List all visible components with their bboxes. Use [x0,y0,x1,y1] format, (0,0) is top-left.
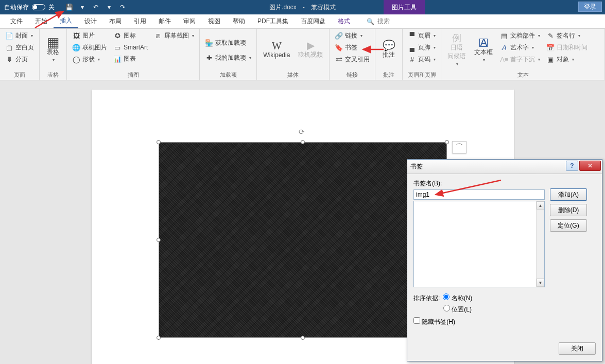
save-icon[interactable]: 💾 [63,2,75,13]
dialog-help-button[interactable]: ? [566,161,578,171]
header-button[interactable]: ▀页眉▾ [406,30,438,41]
comment-button[interactable]: 💬批注 [378,30,399,70]
greeting-button[interactable]: 例日语 问候语▾ [444,30,469,70]
resize-handle[interactable] [157,336,161,340]
resize-handle[interactable] [157,238,161,242]
signature-button[interactable]: ✎签名行▾ [544,30,590,41]
autosave-toggle[interactable]: 自动保存 关 [0,3,59,12]
textbox-button[interactable]: A文本框▾ [471,30,496,70]
link-button[interactable]: 🔗链接▾ [333,30,372,41]
bookmark-list[interactable]: ▲ ▼ [413,201,545,287]
goto-button[interactable]: 定位(G) [550,219,587,232]
addins-icon: ✚ [205,54,213,62]
group-label: 文本 [444,70,601,80]
group-label: 批注 [378,70,399,80]
table-button[interactable]: ▦表格▾ [43,30,63,70]
group-label: 插图 [70,70,196,80]
tab-help[interactable]: 帮助 [227,14,251,28]
close-button[interactable]: 关闭 [559,342,596,355]
layout-options-button[interactable]: ⌒ [452,141,466,153]
icons-button[interactable]: ✪图标 [111,30,150,41]
smartart-button[interactable]: ▭SmartArt [111,42,150,53]
quickparts-icon: ▤ [500,32,508,40]
tab-pdf[interactable]: PDF工具集 [251,14,295,28]
scroll-down-icon[interactable]: ▼ [537,279,544,287]
bookmark-button[interactable]: 🔖书签 [333,42,372,53]
tab-layout[interactable]: 布局 [103,14,128,28]
group-label: 加载项 [203,70,253,80]
cover-page-button[interactable]: 📄封面▾ [3,30,36,41]
wikipedia-icon: W [272,42,281,50]
screenshot-button[interactable]: ⎚屏幕截图▾ [152,30,196,41]
online-pictures-icon: 🌐 [72,44,80,52]
toggle-switch[interactable] [32,4,45,10]
search-box[interactable]: 🔍 搜索 [367,14,390,28]
doc-name: 图片.docx [269,3,297,12]
page-number-button[interactable]: #页码▾ [406,54,438,65]
scrollbar[interactable]: ▲ ▼ [536,201,544,287]
tab-design[interactable]: 设计 [78,14,103,28]
tab-review[interactable]: 审阅 [177,14,202,28]
undo-icon[interactable]: ↶ [90,2,102,13]
datetime-button[interactable]: 📅日期和时间 [544,42,590,53]
dialog-titlebar[interactable]: 书签 ? ✕ [407,160,602,174]
get-addins-button[interactable]: 🏪获取加载项 [203,38,253,48]
link-icon: 🔗 [335,32,343,40]
scroll-up-icon[interactable]: ▲ [537,201,544,210]
store-icon: 🏪 [205,39,213,47]
add-button[interactable]: 添加(A) [550,188,587,201]
cover-page-icon: 📄 [5,32,13,40]
drop-cap-button[interactable]: A≡首字下沉▾ [498,54,542,65]
selected-image[interactable]: ⟳ ⌒ [159,142,447,338]
cross-reference-button[interactable]: ⮂交叉引用 [333,54,372,65]
hidden-bookmarks-checkbox[interactable]: 隐藏书签(H) [413,317,455,326]
shapes-icon: ◯ [72,56,80,64]
footer-button[interactable]: ▄页脚▾ [406,42,438,53]
wordart-button[interactable]: A艺术字▾ [498,42,542,53]
login-button[interactable]: 登录 [578,2,602,12]
qat-dropdown-icon[interactable]: ▾ [76,2,89,13]
layout-icon: ⌒ [456,143,463,152]
online-pictures-button[interactable]: 🌐联机图片 [70,42,109,53]
group-links: 🔗链接▾ 🔖书签 ⮂交叉引用 链接 [330,29,375,80]
sort-location-radio[interactable]: 位置(L) [443,305,472,314]
page-break-button[interactable]: ⤋分页 [3,54,36,65]
tab-home[interactable]: 开始 [29,14,54,28]
shapes-button[interactable]: ◯形状▾ [70,54,109,65]
chart-button[interactable]: 📊图表 [111,54,150,64]
dropcap-icon: A≡ [500,56,508,64]
tab-baidu[interactable]: 百度网盘 [295,14,332,28]
object-button[interactable]: ▣对象▾ [544,54,590,65]
sort-label: 排序依据: [413,294,440,303]
resize-handle[interactable] [157,140,161,144]
my-addins-button[interactable]: ✚我的加载项▾ [203,53,253,63]
tab-mailings[interactable]: 邮件 [152,14,177,28]
bookmark-name-input[interactable] [413,189,545,200]
resize-handle[interactable] [445,140,449,144]
context-tab-picture-tools[interactable]: 图片工具 [384,0,425,14]
tab-references[interactable]: 引用 [128,14,152,28]
wikipedia-button[interactable]: WWikipedia [260,30,293,70]
tab-format[interactable]: 格式 [332,14,356,28]
quick-parts-button[interactable]: ▤文档部件▾ [498,30,542,41]
sort-name-radio[interactable]: 名称(N) [443,293,472,303]
tab-file[interactable]: 文件 [4,14,29,28]
rotate-handle-icon[interactable]: ⟳ [299,128,305,136]
dialog-close-button[interactable]: ✕ [579,161,601,171]
resize-handle[interactable] [301,336,305,340]
qat-dropdown-icon[interactable]: ▾ [103,2,115,13]
resize-handle[interactable] [301,140,305,144]
redo-icon[interactable]: ↷ [116,2,129,13]
pictures-button[interactable]: 🖼图片 [70,30,109,41]
tab-insert[interactable]: 插入 [54,14,78,28]
group-header-footer: ▀页眉▾ ▄页脚▾ #页码▾ 页眉和页脚 [403,29,441,80]
blank-page-button[interactable]: ▢空白页 [3,42,36,53]
group-label: 页面 [3,70,36,80]
dialog-title: 书签 [410,162,423,171]
tab-view[interactable]: 视图 [202,14,227,28]
datetime-icon: 📅 [546,44,555,52]
video-icon: ▶ [306,41,315,49]
online-video-button[interactable]: ▶联机视频 [295,30,326,70]
delete-button[interactable]: 删除(D) [550,204,587,216]
group-comments: 💬批注 批注 [375,29,403,80]
